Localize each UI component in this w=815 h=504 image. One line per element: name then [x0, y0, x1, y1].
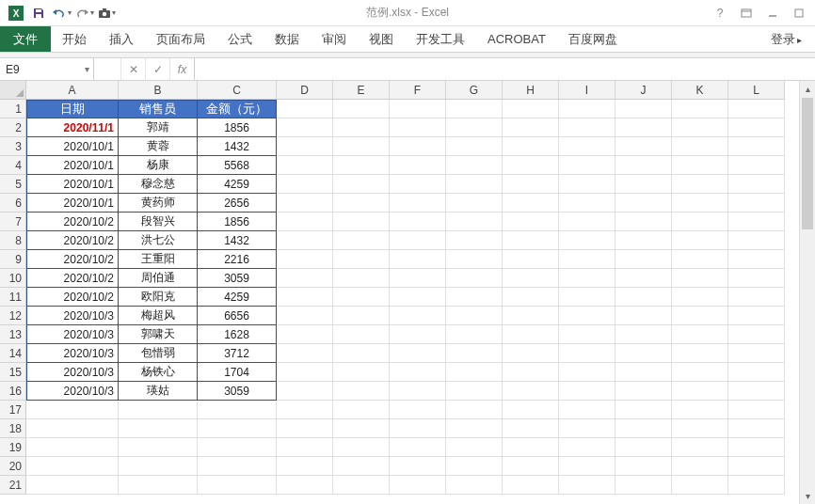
empty-cell[interactable] — [672, 118, 728, 137]
row-header[interactable]: 17 — [0, 401, 26, 419]
empty-cell[interactable] — [559, 194, 615, 213]
empty-cell[interactable] — [277, 231, 333, 250]
empty-cell[interactable] — [615, 344, 672, 363]
empty-cell[interactable] — [672, 344, 728, 363]
table-cell[interactable]: 1856 — [198, 118, 277, 137]
ribbon-tab-pagelayout[interactable]: 页面布局 — [145, 26, 216, 52]
empty-cell[interactable] — [503, 307, 559, 325]
row-header[interactable]: 16 — [0, 382, 26, 401]
empty-cell[interactable] — [277, 307, 333, 325]
formula-input[interactable] — [194, 58, 815, 80]
empty-cell[interactable] — [198, 438, 277, 457]
empty-cell[interactable] — [333, 175, 390, 194]
empty-cell[interactable] — [333, 213, 390, 231]
table-cell[interactable]: 洪七公 — [119, 231, 198, 250]
empty-cell[interactable] — [446, 250, 503, 269]
empty-cell[interactable] — [559, 118, 615, 137]
table-cell[interactable]: 2020/10/2 — [26, 213, 119, 231]
empty-cell[interactable] — [198, 401, 277, 419]
empty-cell[interactable] — [26, 401, 119, 419]
empty-cell[interactable] — [615, 194, 672, 213]
empty-cell[interactable] — [672, 457, 728, 476]
table-cell[interactable]: 穆念慈 — [119, 175, 198, 194]
empty-cell[interactable] — [446, 363, 503, 382]
empty-cell[interactable] — [333, 382, 390, 401]
row-header[interactable]: 7 — [0, 213, 26, 231]
empty-cell[interactable] — [277, 250, 333, 269]
empty-cell[interactable] — [559, 307, 615, 325]
row-header[interactable]: 5 — [0, 175, 26, 194]
empty-cell[interactable] — [277, 100, 333, 118]
empty-cell[interactable] — [559, 100, 615, 118]
empty-cell[interactable] — [277, 269, 333, 288]
empty-cell[interactable] — [390, 419, 446, 438]
empty-cell[interactable] — [277, 156, 333, 175]
empty-cell[interactable] — [390, 457, 446, 476]
empty-cell[interactable] — [277, 419, 333, 438]
empty-cell[interactable] — [390, 288, 446, 307]
empty-cell[interactable] — [333, 156, 390, 175]
table-cell[interactable]: 1432 — [198, 231, 277, 250]
table-cell[interactable]: 6656 — [198, 307, 277, 325]
empty-cell[interactable] — [728, 118, 785, 137]
scroll-down-icon[interactable]: ▾ — [800, 488, 815, 504]
row-header[interactable]: 10 — [0, 269, 26, 288]
empty-cell[interactable] — [728, 269, 785, 288]
scroll-up-icon[interactable]: ▴ — [800, 81, 815, 97]
empty-cell[interactable] — [333, 137, 390, 156]
table-cell[interactable]: 梅超风 — [119, 307, 198, 325]
empty-cell[interactable] — [119, 457, 198, 476]
column-header-B[interactable]: B — [119, 81, 198, 100]
empty-cell[interactable] — [26, 457, 119, 476]
empty-cell[interactable] — [672, 175, 728, 194]
ribbon-tab-formulas[interactable]: 公式 — [216, 26, 264, 52]
row-header[interactable]: 13 — [0, 325, 26, 344]
empty-cell[interactable] — [728, 438, 785, 457]
table-cell[interactable]: 2020/10/3 — [26, 382, 119, 401]
table-cell[interactable]: 2020/10/3 — [26, 363, 119, 382]
empty-cell[interactable] — [503, 118, 559, 137]
empty-cell[interactable] — [728, 175, 785, 194]
enter-icon[interactable]: ✓ — [145, 58, 169, 80]
empty-cell[interactable] — [672, 137, 728, 156]
empty-cell[interactable] — [390, 156, 446, 175]
select-all-corner[interactable] — [0, 81, 26, 100]
empty-cell[interactable] — [559, 476, 615, 495]
table-cell[interactable]: 2020/10/1 — [26, 194, 119, 213]
table-cell[interactable]: 2020/10/3 — [26, 325, 119, 344]
table-cell[interactable]: 杨康 — [119, 156, 198, 175]
empty-cell[interactable] — [672, 231, 728, 250]
empty-cell[interactable] — [728, 288, 785, 307]
ribbon-tab-home[interactable]: 开始 — [51, 26, 98, 52]
ribbon-display-icon[interactable] — [736, 5, 757, 22]
empty-cell[interactable] — [615, 288, 672, 307]
column-header-C[interactable]: C — [198, 81, 277, 100]
empty-cell[interactable] — [446, 269, 503, 288]
empty-cell[interactable] — [333, 401, 390, 419]
empty-cell[interactable] — [672, 476, 728, 495]
empty-cell[interactable] — [390, 269, 446, 288]
fx-icon[interactable]: fx — [169, 58, 194, 80]
row-header[interactable]: 20 — [0, 457, 26, 476]
empty-cell[interactable] — [390, 231, 446, 250]
empty-cell[interactable] — [119, 401, 198, 419]
empty-cell[interactable] — [503, 476, 559, 495]
empty-cell[interactable] — [728, 419, 785, 438]
table-cell[interactable]: 1704 — [198, 363, 277, 382]
empty-cell[interactable] — [503, 156, 559, 175]
empty-cell[interactable] — [615, 457, 672, 476]
save-icon[interactable] — [28, 3, 49, 24]
empty-cell[interactable] — [728, 213, 785, 231]
table-cell[interactable]: 2020/10/2 — [26, 231, 119, 250]
empty-cell[interactable] — [446, 175, 503, 194]
empty-cell[interactable] — [198, 476, 277, 495]
table-cell[interactable]: 2020/10/1 — [26, 156, 119, 175]
empty-cell[interactable] — [277, 476, 333, 495]
row-header[interactable]: 8 — [0, 231, 26, 250]
empty-cell[interactable] — [333, 438, 390, 457]
table-cell[interactable]: 5568 — [198, 156, 277, 175]
empty-cell[interactable] — [446, 401, 503, 419]
table-cell[interactable]: 2020/10/1 — [26, 137, 119, 156]
empty-cell[interactable] — [559, 156, 615, 175]
empty-cell[interactable] — [446, 137, 503, 156]
